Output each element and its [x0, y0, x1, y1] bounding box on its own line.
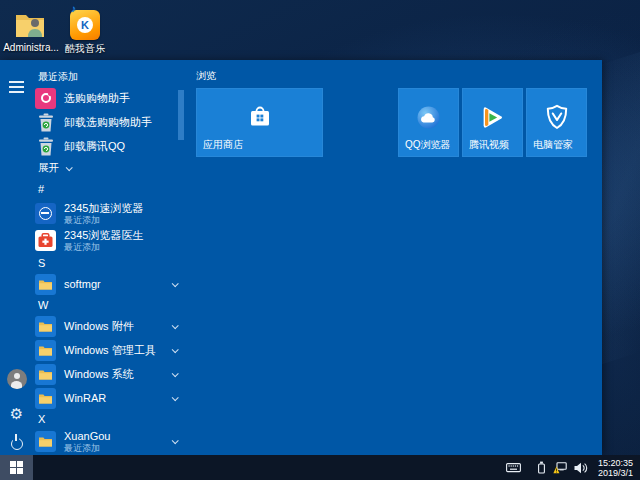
section-letter-w[interactable]: W	[33, 296, 183, 314]
kuwo-music-icon: ♪ K	[70, 10, 100, 40]
app-item-label: WinRAR	[64, 392, 106, 404]
desktop-wallpaper: Administra... ♪ K 酷我音乐 ⚙	[0, 0, 640, 480]
app-item-label: 选购购物助手	[64, 91, 130, 106]
gear-icon: ⚙	[10, 407, 23, 422]
windows-logo-icon	[10, 461, 23, 474]
app-item-windows-admin-tools[interactable]: Windows 管理工具	[33, 338, 183, 362]
folder-icon	[35, 364, 56, 385]
start-button[interactable]	[0, 455, 33, 480]
app-item-label: 2345浏览器医生	[64, 229, 143, 242]
store-bag-icon	[196, 98, 323, 136]
start-menu-rail: ⚙	[0, 60, 33, 455]
tile-qq-browser[interactable]: QQ浏览器	[398, 88, 459, 157]
user-account-button[interactable]	[0, 364, 33, 394]
clock-time: 15:20:35	[598, 458, 633, 468]
app-item-xuangou[interactable]: XuanGou 最近添加	[33, 428, 183, 455]
folder-icon	[35, 388, 56, 409]
app-item-softmgr[interactable]: softmgr	[33, 272, 183, 296]
tile-app-store[interactable]: 应用商店	[196, 88, 323, 157]
tile-group-header: 浏览	[196, 68, 216, 84]
app-item-label: 卸载腾讯QQ	[64, 139, 125, 154]
tile-label: 腾讯视频	[469, 138, 509, 152]
taskbar-clock[interactable]: 15:20:35 2019/3/1	[596, 458, 640, 478]
chevron-down-icon[interactable]	[172, 394, 179, 401]
app-item-sublabel: 最近添加	[64, 242, 143, 253]
app-item-label: Windows 附件	[64, 319, 134, 334]
expand-label: 展开	[38, 161, 59, 175]
tile-label: QQ浏览器	[405, 138, 451, 152]
app-item-windows-accessories[interactable]: Windows 附件	[33, 314, 183, 338]
start-menu-panel: ⚙ 最近添加 选购购物助手	[0, 60, 602, 455]
network-warning-icon[interactable]	[553, 462, 567, 474]
folder-icon	[35, 340, 56, 361]
chevron-down-icon	[66, 164, 73, 171]
chevron-down-icon[interactable]	[172, 437, 179, 444]
settings-button[interactable]: ⚙	[0, 399, 33, 429]
usb-device-icon[interactable]	[537, 461, 546, 474]
clock-date: 2019/3/1	[598, 468, 633, 478]
chevron-down-icon[interactable]	[172, 346, 179, 353]
tile-tencent-video[interactable]: 腾讯视频	[462, 88, 523, 157]
hamburger-icon	[9, 81, 24, 93]
chevron-down-icon[interactable]	[172, 280, 179, 287]
volume-icon[interactable]	[574, 462, 588, 474]
section-letter-x[interactable]: X	[33, 410, 183, 428]
app-item-uninstall-shopping-assistant[interactable]: 卸载选购购物助手	[33, 110, 183, 134]
app-item-2345-browser-doctor[interactable]: 2345浏览器医生 最近添加	[33, 227, 183, 254]
user-avatar-icon	[7, 369, 27, 389]
folder-icon	[35, 274, 56, 295]
shopping-assistant-icon	[35, 88, 56, 109]
touch-keyboard-icon[interactable]	[506, 462, 521, 473]
trash-recycle-icon	[35, 112, 56, 133]
app-item-windows-system[interactable]: Windows 系统	[33, 362, 183, 386]
taskbar: 15:20:35 2019/3/1	[0, 455, 640, 480]
expand-toggle[interactable]: 展开	[33, 158, 183, 178]
folder-icon	[35, 316, 56, 337]
chevron-down-icon[interactable]	[172, 370, 179, 377]
chevron-down-icon[interactable]	[172, 322, 179, 329]
app-item-label: Windows 系统	[64, 367, 134, 382]
section-letter-hash[interactable]: #	[33, 178, 183, 200]
desktop-icon-label: 酷我音乐	[56, 42, 114, 56]
app-item-2345-speed-browser[interactable]: 2345加速浏览器 最近添加	[33, 200, 183, 227]
power-icon	[11, 438, 23, 450]
app-item-sublabel: 最近添加	[64, 215, 143, 226]
app-item-label: 卸载选购购物助手	[64, 115, 152, 130]
shield-check-icon	[526, 98, 587, 136]
hamburger-menu-button[interactable]	[0, 72, 33, 102]
tencent-video-play-icon	[462, 98, 523, 136]
music-note-icon: ♪	[71, 3, 76, 14]
2345-browser-icon	[35, 203, 56, 224]
start-app-list: 最近添加 选购购物助手 卸载选购购物助手	[33, 68, 183, 455]
tile-label: 应用商店	[203, 138, 243, 152]
tile-label: 电脑管家	[533, 138, 573, 152]
user-folder-icon	[2, 6, 60, 40]
kuwo-monogram: K	[77, 17, 93, 33]
desktop-icon-administrator-folder[interactable]: Administra...	[2, 6, 60, 53]
app-item-label: XuanGou	[64, 430, 110, 443]
system-tray: 15:20:35 2019/3/1	[506, 455, 640, 480]
app-item-shopping-assistant[interactable]: 选购购物助手	[33, 86, 183, 110]
section-letter-s[interactable]: S	[33, 254, 183, 272]
app-list-scrollbar[interactable]	[178, 90, 184, 140]
desktop-icon-label: Administra...	[2, 42, 60, 53]
desktop-icon-kuwo-music[interactable]: ♪ K 酷我音乐	[56, 6, 114, 56]
first-aid-kit-icon	[35, 230, 56, 251]
recent-added-header: 最近添加	[33, 68, 183, 86]
app-item-label: softmgr	[64, 278, 101, 290]
app-item-winrar[interactable]: WinRAR	[33, 386, 183, 410]
trash-recycle-icon	[35, 136, 56, 157]
folder-icon	[35, 431, 56, 452]
qq-browser-cloud-icon	[398, 98, 459, 136]
power-button[interactable]	[0, 427, 33, 457]
tile-pc-manager[interactable]: 电脑管家	[526, 88, 587, 157]
app-item-uninstall-tencent-qq[interactable]: 卸载腾讯QQ	[33, 134, 183, 158]
app-item-label: 2345加速浏览器	[64, 202, 143, 215]
app-item-sublabel: 最近添加	[64, 443, 110, 454]
app-item-label: Windows 管理工具	[64, 343, 156, 358]
